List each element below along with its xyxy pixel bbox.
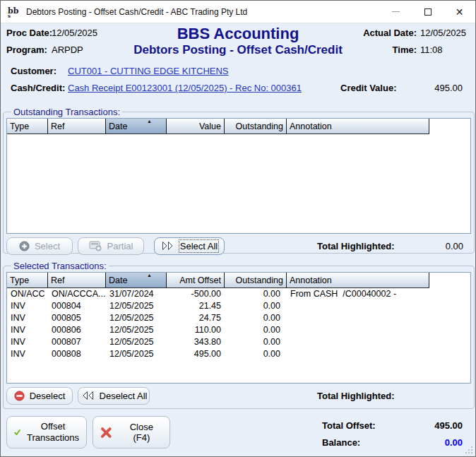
partial-button[interactable]: Partial: [78, 237, 144, 255]
sort-asc-icon: ▲: [147, 273, 152, 278]
window-controls: ✕: [380, 1, 475, 23]
cell-outstanding: 0.00: [225, 336, 287, 348]
actual-date-label: Actual Date:: [363, 28, 417, 38]
cell-ref: 000805: [48, 312, 106, 324]
table-row[interactable]: INV00080712/05/2025343.800.00: [7, 336, 470, 348]
selected-transactions-group: Selected Transactions: Type Ref Date▲ Am…: [3, 261, 475, 409]
cell-annotation: [287, 300, 429, 312]
column-header-outstanding[interactable]: Outstanding: [225, 119, 287, 134]
cell-date: 12/05/2025: [106, 324, 167, 336]
cash-credit-link[interactable]: Cash Receipt E00123001 (12/05/2025) - Re…: [68, 83, 302, 93]
green-check-icon: [14, 426, 20, 439]
time-label: Time:: [363, 44, 417, 55]
balance-value: 0.00: [399, 437, 463, 448]
maximize-button[interactable]: [412, 1, 444, 23]
credit-value: 495.00: [434, 83, 463, 93]
table-row[interactable]: INV00080512/05/202524.750.00: [7, 312, 470, 324]
plus-circle-icon: [19, 241, 30, 251]
svg-text:s: s: [8, 13, 11, 19]
cell-ref: 000804: [48, 300, 106, 312]
cell-annotation: [287, 324, 429, 336]
offset-button-line1: Offset: [41, 421, 65, 432]
close-window-button[interactable]: ✕: [444, 1, 475, 23]
window-title: Debtors Posting - Offset Cash/Credit - A…: [26, 7, 380, 17]
cell-date: 31/07/2024: [106, 288, 167, 300]
app-logo-icon: bb s: [6, 5, 20, 19]
column-header-date[interactable]: Date▲: [106, 119, 167, 134]
column-header-value[interactable]: Value: [167, 119, 225, 134]
outstanding-button-row: Select Partial Select All Total Highligh…: [6, 237, 471, 255]
selected-group-label: Selected Transactions:: [11, 261, 109, 271]
selected-table-body: ON/ACCON/ACCCA...31/07/2024-500.000.00Fr…: [7, 288, 470, 360]
cell-amt_offset: 110.00: [167, 324, 225, 336]
close-f4-button[interactable]: Close (F4): [93, 416, 170, 449]
cell-type: INV: [7, 348, 48, 360]
close-button-label: Close (F4): [121, 422, 162, 443]
cell-annotation: [287, 336, 429, 348]
cell-amt_offset: 343.80: [167, 336, 225, 348]
cell-type: INV: [7, 300, 48, 312]
cell-type: INV: [7, 312, 48, 324]
total-offset-value: 495.00: [399, 420, 463, 431]
column-header-filler: [429, 119, 470, 134]
cell-ref: ON/ACCCA...: [48, 288, 106, 300]
cell-type: INV: [7, 336, 48, 348]
red-cross-icon: [100, 427, 112, 439]
outstanding-table-header: Type Ref Date▲ Value Outstanding Annotat…: [7, 119, 470, 134]
cell-outstanding: 0.00: [225, 312, 287, 324]
outstanding-total-highlighted-value: 0.00: [407, 241, 463, 251]
selected-table[interactable]: Type Ref Date▲ Amt Offset Outstanding An…: [6, 272, 471, 384]
minimize-icon: [392, 11, 400, 12]
table-row[interactable]: INV00080812/05/2025495.000.00: [7, 348, 470, 360]
outstanding-table[interactable]: Type Ref Date▲ Value Outstanding Annotat…: [6, 118, 471, 234]
cell-amt_offset: 21.45: [167, 300, 225, 312]
customer-label: Customer:: [11, 66, 56, 76]
outstanding-total-highlighted-label: Total Highlighted:: [317, 241, 395, 251]
time-value: 11:08: [420, 44, 468, 55]
no-entry-circle-icon: [14, 391, 25, 401]
cell-annotation: [287, 348, 429, 360]
cash-credit-label: Cash/Credit:: [11, 83, 65, 93]
deselect-button[interactable]: Deselect: [6, 387, 73, 405]
cell-date: 12/05/2025: [106, 300, 167, 312]
total-offset-label: Total Offset:: [322, 420, 376, 431]
cell-date: 12/05/2025: [106, 312, 167, 324]
deselect-all-button[interactable]: Deselect All: [78, 387, 150, 405]
cell-type: INV: [7, 324, 48, 336]
select-all-button[interactable]: Select All: [154, 237, 225, 255]
titlebar: bb s Debtors Posting - Offset Cash/Credi…: [1, 1, 475, 23]
column-header-outstanding[interactable]: Outstanding: [225, 273, 287, 288]
cell-ref: 000806: [48, 324, 106, 336]
actual-date-value: 12/05/2025: [420, 28, 468, 38]
keypad-plus-icon: [89, 241, 102, 251]
offset-transactions-button[interactable]: OffsetTransactions: [6, 416, 87, 449]
cell-outstanding: 0.00: [225, 288, 287, 300]
credit-value-label: Credit Value:: [340, 83, 396, 93]
sort-asc-icon: ▲: [147, 119, 152, 124]
column-header-amt-offset[interactable]: Amt Offset: [167, 273, 225, 288]
table-row[interactable]: INV00080412/05/202521.450.00: [7, 300, 470, 312]
cell-date: 12/05/2025: [106, 336, 167, 348]
double-chevron-left-icon: [81, 391, 95, 400]
table-row[interactable]: INV00080612/05/2025110.000.00: [7, 324, 470, 336]
cell-outstanding: 0.00: [225, 324, 287, 336]
column-header-annotation[interactable]: Annotation: [287, 273, 429, 288]
column-header-ref[interactable]: Ref: [48, 273, 106, 288]
table-row[interactable]: ON/ACCON/ACCCA...31/07/2024-500.000.00Fr…: [7, 288, 470, 300]
column-header-type[interactable]: Type: [7, 119, 48, 134]
column-header-ref[interactable]: Ref: [48, 119, 106, 134]
cell-amt_offset: -500.00: [167, 288, 225, 300]
header-right: Actual Date: 12/05/2025 Time: 11:08: [363, 28, 468, 55]
column-header-annotation[interactable]: Annotation: [287, 119, 429, 134]
column-header-type[interactable]: Type: [7, 273, 48, 288]
outstanding-group-label: Outstanding Transactions:: [11, 107, 122, 117]
offset-button-line2: Transactions: [27, 432, 79, 443]
resize-grip[interactable]: [465, 446, 473, 454]
debtors-posting-window: bb s Debtors Posting - Offset Cash/Credi…: [0, 0, 476, 457]
select-button[interactable]: Select: [6, 237, 73, 255]
customer-link[interactable]: CUT001 - CUTTING EDGE KITCHENS: [68, 66, 229, 76]
column-header-date[interactable]: Date▲: [106, 273, 167, 288]
minimize-button[interactable]: [380, 1, 412, 23]
selected-button-row: Deselect Deselect All Total Highlighted:: [6, 386, 471, 405]
cell-ref: 000807: [48, 336, 106, 348]
